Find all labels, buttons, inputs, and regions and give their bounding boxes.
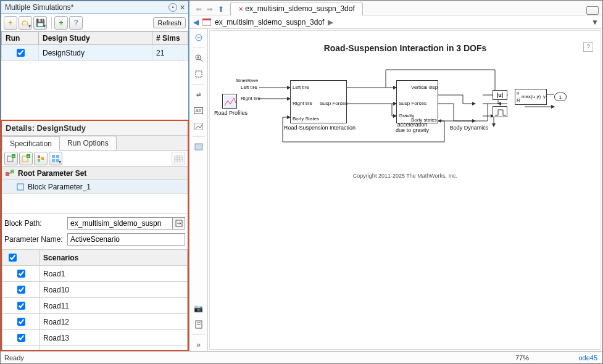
details-title: Details: DesignStudy xyxy=(2,121,188,136)
copyright-text: Copyright 2011-2025 The MathWorks, Inc. xyxy=(210,173,601,179)
image-button[interactable] xyxy=(193,120,205,133)
nav-fwd-icon[interactable]: ➡ xyxy=(204,4,215,15)
help-button[interactable]: ? xyxy=(69,16,83,30)
param-name-label: Parameter Name: xyxy=(4,235,67,244)
scenarios-table: Scenarios Road1 Road10 Road11 Road12 Roa… xyxy=(2,249,188,350)
abs-block[interactable]: |u| xyxy=(493,90,507,100)
param-name-input[interactable] xyxy=(67,233,185,246)
nav-up-icon[interactable]: ⬆ xyxy=(215,4,227,15)
panel-titlebar[interactable]: Multiple Simulations* • ✕ xyxy=(1,1,189,14)
save-button[interactable]: 💾 xyxy=(33,16,47,30)
svg-text:+: + xyxy=(12,154,15,158)
svg-rect-19 xyxy=(10,170,14,173)
gravity-label: acceleration due to gravity xyxy=(394,122,431,133)
block-path-label: Block Path: xyxy=(4,219,67,228)
svg-rect-21 xyxy=(17,184,23,190)
sim-toolbar: + 🗀 💾 + ? Refresh xyxy=(1,14,188,31)
nav-back-icon[interactable]: ⬅ xyxy=(193,4,204,15)
explorer-button[interactable] xyxy=(193,31,205,44)
road-profiles-label: Road Profiles xyxy=(212,110,249,116)
scen-check[interactable] xyxy=(17,302,25,310)
col-run[interactable]: Run xyxy=(2,32,39,45)
road-profiles-block[interactable] xyxy=(222,94,237,109)
table-row[interactable]: Road14 xyxy=(2,346,188,350)
status-solver[interactable]: ode45 xyxy=(553,354,602,362)
add-study-button[interactable]: + xyxy=(54,16,68,30)
details-panel: Details: DesignStudy Specification Run O… xyxy=(1,120,189,351)
inout-button[interactable]: ⇄ xyxy=(193,88,205,101)
svg-rect-50 xyxy=(224,96,236,108)
area-button[interactable] xyxy=(193,141,205,153)
scen-check[interactable] xyxy=(17,270,25,278)
model-canvas[interactable]: Road-Suspension Interaction in 3 DOFs ? … xyxy=(209,30,601,350)
table-row[interactable]: Road12 xyxy=(2,314,188,330)
add-var-button[interactable]: + xyxy=(19,152,33,165)
help-icon[interactable]: ? xyxy=(583,42,593,52)
breadcrumb-dropdown-icon[interactable]: ▼ xyxy=(591,18,599,27)
pin-icon[interactable]: • xyxy=(168,3,177,12)
report-button[interactable] xyxy=(193,318,205,331)
scen-check[interactable] xyxy=(17,334,25,342)
status-bar: Ready 77% ode45 xyxy=(1,351,602,363)
col-sims[interactable]: # Sims xyxy=(152,32,188,45)
svg-line-31 xyxy=(200,59,202,62)
run-checkbox[interactable] xyxy=(17,49,25,57)
outport-block[interactable]: 1 xyxy=(554,93,567,101)
add-param-button[interactable]: + xyxy=(4,152,18,165)
breadcrumb-text[interactable]: ex_multisim_sldemo_suspn_3dof xyxy=(215,18,324,27)
col-design[interactable]: Design Study xyxy=(39,32,152,45)
sims-count: 21 xyxy=(152,45,188,61)
fit-button[interactable] xyxy=(193,68,205,80)
annotation-button[interactable]: A≡ xyxy=(193,104,205,117)
status-zoom[interactable]: 77% xyxy=(491,354,553,362)
svg-rect-36 xyxy=(195,144,202,150)
tab-run-options[interactable]: Run Options xyxy=(59,136,117,150)
table-view-button[interactable] xyxy=(172,152,185,165)
status-ready: Ready xyxy=(1,354,491,362)
block-parameter-item[interactable]: Block Parameter_1 xyxy=(2,180,188,194)
screenshot-button[interactable]: 📷 xyxy=(193,302,205,315)
sinewave-label: SineWave xyxy=(236,78,258,83)
body-dyn-label: Body Dynamics xyxy=(444,125,494,131)
keyboard-icon[interactable] xyxy=(586,6,599,15)
svg-rect-8 xyxy=(41,157,44,160)
table-row[interactable]: Road13 xyxy=(2,330,188,346)
multiple-simulations-panel: Multiple Simulations* • ✕ + 🗀 💾 + ? Refr… xyxy=(1,1,189,351)
struct-button[interactable] xyxy=(34,152,48,165)
scenarios-table-wrap[interactable]: Scenarios Road1 Road10 Road11 Road12 Roa… xyxy=(2,249,188,350)
scen-check[interactable] xyxy=(17,318,25,326)
table-row[interactable]: Road1 xyxy=(2,266,188,282)
table-row[interactable]: Road10 xyxy=(2,282,188,298)
browse-block-button[interactable] xyxy=(173,217,185,230)
table-row[interactable]: DesignStudy 21 xyxy=(2,45,188,61)
model-icon xyxy=(202,19,211,26)
refresh-button[interactable]: Refresh xyxy=(153,17,186,28)
svg-rect-9 xyxy=(52,155,55,158)
scen-header[interactable]: Scenarios xyxy=(40,250,188,266)
zoom-in-button[interactable] xyxy=(193,52,205,64)
root-param-set[interactable]: Root Parameter Set xyxy=(2,167,188,180)
svg-rect-10 xyxy=(56,155,59,158)
svg-rect-11 xyxy=(52,159,55,162)
scen-check-all[interactable] xyxy=(9,254,17,262)
new-button[interactable]: + xyxy=(4,16,17,30)
expand-button[interactable]: » xyxy=(193,339,205,351)
scen-check[interactable] xyxy=(17,286,25,294)
scope-block[interactable] xyxy=(493,106,507,117)
block-icon xyxy=(17,183,24,191)
design-study-table: Run Design Study # Sims DesignStudy 21 xyxy=(1,31,188,61)
open-button[interactable]: 🗀 xyxy=(19,16,32,30)
close-icon[interactable]: ✕ xyxy=(177,2,187,12)
canvas-palette: ⇄ A≡ 📷 » xyxy=(189,29,208,351)
svg-rect-13 xyxy=(174,155,183,162)
block-path-input[interactable] xyxy=(67,217,173,230)
params-icon xyxy=(6,169,14,178)
tab-specification[interactable]: Specification xyxy=(2,136,60,151)
table-row[interactable]: Road11 xyxy=(2,298,188,314)
hide-panel-icon[interactable]: ◀ xyxy=(193,18,199,27)
svg-rect-6 xyxy=(38,155,40,158)
svg-rect-27 xyxy=(202,19,211,20)
view-button[interactable] xyxy=(49,152,62,165)
model-tabstrip: ⬅ ➡ ⬆ ✕ ex_multisim_sldemo_suspn_3dof xyxy=(189,1,602,15)
model-tab[interactable]: ✕ ex_multisim_sldemo_suspn_3dof xyxy=(230,2,363,15)
